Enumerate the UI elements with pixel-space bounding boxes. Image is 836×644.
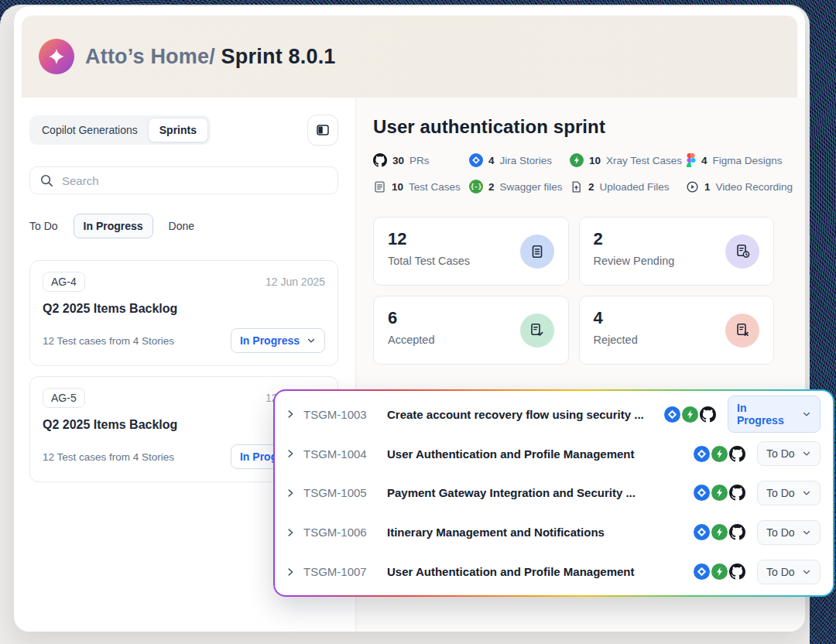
test-case-id: TSGM-1004: [303, 447, 375, 461]
test-case-id: TSGM-1005: [303, 486, 375, 499]
chevron-down-icon: [307, 336, 316, 345]
xray-icon: [711, 564, 728, 580]
expand-chevron-icon[interactable]: [285, 488, 296, 498]
test-case-row[interactable]: TSGM-1006 Itinerary Management and Notif…: [275, 512, 833, 552]
test-case-status-dropdown[interactable]: To Do: [757, 520, 821, 545]
test-case-row[interactable]: TSGM-1005 Payment Gateway Integration an…: [275, 474, 833, 513]
test-cases-overlay: TSGM-1003 Create account recovery flow u…: [273, 389, 834, 597]
expand-chevron-icon[interactable]: [285, 567, 296, 577]
stat-xray-test-cases: 10Xray Test Cases: [570, 153, 686, 167]
filter-done[interactable]: Done: [169, 220, 194, 232]
filter-in-progress[interactable]: In Progress: [74, 214, 153, 238]
video-recording-icon: [686, 180, 699, 194]
chevron-down-icon: [802, 449, 811, 458]
sprint-card-subtitle: 12 Test cases from 4 Stories: [43, 335, 174, 347]
uploaded-file-icon: [570, 180, 583, 194]
page-title: Atto’s Home/ Sprint 8.0.1: [85, 45, 336, 69]
github-icon: [729, 485, 745, 501]
sprint-id-badge: AG-4: [43, 272, 85, 292]
test-case-row[interactable]: TSGM-1007 User Authentication and Profil…: [275, 552, 833, 591]
xray-icon: [570, 153, 584, 167]
summary-card-review-pending: 2 Review Pending: [579, 217, 775, 286]
github-icon: [729, 524, 745, 540]
stat-uploaded-files: 2Uploaded Files: [570, 180, 686, 194]
github-icon: [729, 446, 745, 462]
test-case-status-dropdown[interactable]: To Do: [757, 560, 821, 584]
github-icon: [729, 564, 745, 580]
test-case-title: Payment Gateway Integration and Security…: [387, 486, 636, 499]
chevron-down-icon: [802, 567, 811, 577]
filter-todo[interactable]: To Do: [29, 220, 58, 232]
sprint-stats: 30PRs 4Jira Stories 10Xray Test Cases 4F…: [373, 153, 774, 194]
github-icon: [373, 153, 387, 167]
expand-chevron-icon[interactable]: [285, 448, 296, 459]
source-icons: [683, 564, 745, 580]
tab-sprints[interactable]: Sprints: [148, 118, 208, 142]
test-case-row[interactable]: TSGM-1003 Create account recovery flow u…: [275, 395, 833, 434]
stat-swagger-files: {-} 2Swagger files: [469, 180, 570, 194]
sprint-card-subtitle: 12 Test cases from 4 Stories: [43, 451, 174, 463]
sprint-date: 12 Jun 2025: [266, 276, 325, 288]
test-case-title: Itinerary Management and Notifications: [387, 526, 605, 539]
summary-card-rejected: 4 Rejected: [579, 296, 775, 365]
tab-copilot-generations[interactable]: Copilot Generations: [32, 118, 148, 142]
test-case-status-dropdown[interactable]: To Do: [757, 441, 821, 466]
test-case-id: TSGM-1007: [303, 565, 375, 578]
summary-card-total-test-cases: 12 Total Test Cases: [373, 217, 569, 286]
accepted-icon: [520, 313, 554, 348]
test-case-row[interactable]: TSGM-1004 User Authentication and Profil…: [275, 434, 833, 474]
toggle-sidebar-button[interactable]: [307, 115, 338, 146]
sprint-id-badge: AG-5: [43, 388, 85, 408]
jira-icon: [664, 406, 680, 423]
stat-jira-stories: 4Jira Stories: [469, 153, 570, 167]
swagger-icon: {-}: [469, 180, 483, 194]
xray-icon: [711, 524, 728, 540]
figma-icon: [686, 153, 696, 167]
chevron-down-icon: [802, 409, 811, 419]
jira-icon: [694, 485, 710, 501]
search-input[interactable]: [62, 174, 328, 187]
panel-icon: [316, 123, 330, 137]
sprint-card-ag4[interactable]: AG-4 12 Jun 2025 Q2 2025 Items Backlog 1…: [29, 260, 338, 366]
svg-text:{-}: {-}: [471, 183, 482, 190]
test-case-status-dropdown[interactable]: To Do: [757, 481, 821, 505]
expand-chevron-icon[interactable]: [285, 527, 296, 538]
chevron-down-icon: [802, 488, 811, 498]
sprint-title: Sprint 8.0.1: [215, 45, 336, 68]
search-icon: [39, 173, 54, 188]
test-case-id: TSGM-1006: [303, 526, 375, 539]
test-case-title: User Authentication and Profile Manageme…: [387, 565, 635, 578]
atto-logo-icon: [39, 39, 74, 74]
stat-test-cases: 10Test Cases: [373, 180, 469, 194]
stat-prs: 30PRs: [373, 153, 469, 167]
rejected-icon: [725, 313, 759, 348]
search-input-wrapper: [29, 166, 338, 194]
sprint-detail-title: User authentication sprint: [373, 116, 774, 138]
stat-figma-designs: 4Figma Designs: [686, 153, 793, 167]
review-pending-icon: [725, 235, 759, 269]
source-icons: [683, 524, 745, 540]
source-icons: [653, 406, 716, 423]
source-icons: [683, 446, 745, 462]
jira-icon: [694, 564, 710, 580]
chevron-down-icon: [802, 528, 811, 537]
xray-icon: [682, 406, 698, 423]
test-cases-icon: [373, 180, 386, 194]
sprint-card-title: Q2 2025 Items Backlog: [43, 302, 325, 316]
stat-video-recording: 1Video Recording: [686, 180, 793, 194]
summary-card-accepted: 6 Accepted: [373, 296, 569, 365]
github-icon: [700, 406, 716, 423]
test-case-title: User Authentication and Profile Manageme…: [387, 447, 635, 461]
test-case-status-dropdown[interactable]: In Progress: [728, 396, 821, 433]
expand-chevron-icon[interactable]: [285, 409, 296, 420]
test-case-title: Create account recovery flow using secur…: [387, 408, 644, 421]
source-icons: [683, 485, 745, 501]
sprint-status-dropdown[interactable]: In Progress: [231, 328, 325, 353]
sidebar-tab-switcher: Copilot Generations Sprints: [29, 115, 211, 145]
jira-icon: [469, 153, 483, 167]
xray-icon: [711, 485, 728, 501]
status-filters: To Do In Progress Done: [29, 214, 338, 238]
test-case-id: TSGM-1003: [303, 408, 375, 421]
breadcrumb: Atto’s Home/: [85, 45, 215, 68]
xray-icon: [711, 446, 728, 462]
